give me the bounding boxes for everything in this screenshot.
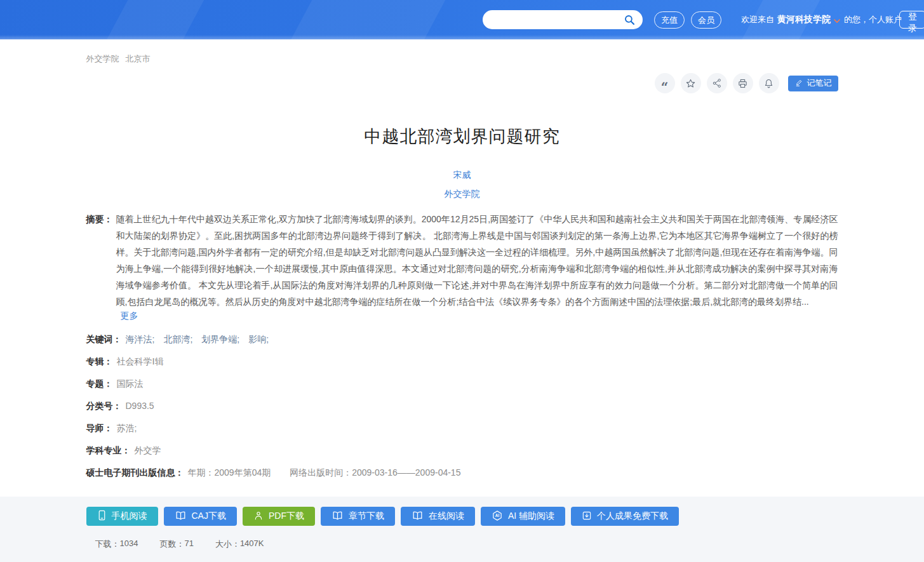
breadcrumb-item-city[interactable]: 北京市 bbox=[126, 53, 151, 65]
pdf-download-label: PDF下载 bbox=[269, 511, 304, 522]
institution-link[interactable]: 黄河科技学院 bbox=[777, 14, 831, 25]
printer-icon[interactable] bbox=[733, 73, 753, 93]
chapter-download-button[interactable]: 章节下载 bbox=[321, 507, 395, 526]
tutor-row: 导师： 苏浩; bbox=[86, 423, 838, 433]
keywords-row: 关键词： 海洋法; 北部湾; 划界争端; 影响; bbox=[86, 334, 838, 344]
topic-row: 专题： 国际法 bbox=[86, 378, 838, 389]
header-decor-stripe bbox=[271, 0, 459, 39]
welcome-area: 欢迎来自 黄河科技学院 的您，个人账户 bbox=[741, 0, 902, 39]
album-row: 专辑： 社会科学Ⅰ辑 bbox=[86, 356, 838, 366]
meta-section: 关键词： 海洋法; 北部湾; 划界争端; 影响; 专辑： 社会科学Ⅰ辑 专题： … bbox=[86, 334, 838, 478]
chevron-down-icon[interactable] bbox=[834, 16, 840, 25]
chapter-download-label: 章节下载 bbox=[349, 511, 384, 522]
pencil-icon bbox=[794, 78, 803, 89]
member-button[interactable]: 会员 bbox=[691, 11, 721, 29]
keyword-link[interactable]: 划界争端; bbox=[201, 334, 239, 344]
mobile-read-button[interactable]: 手机阅读 bbox=[86, 507, 158, 526]
tutor-label: 导师： bbox=[86, 423, 113, 433]
phone-icon bbox=[97, 510, 107, 523]
header-decor-stripe bbox=[87, 0, 217, 39]
ai-assist-read-button[interactable]: AI AI 辅助阅读 bbox=[481, 507, 565, 526]
take-note-button[interactable]: 记笔记 bbox=[788, 76, 838, 91]
download-button-row: 手机阅读 CAJ下载 bbox=[86, 497, 838, 526]
welcome-prefix: 欢迎来自 bbox=[741, 14, 774, 25]
album-value: 社会科学Ⅰ辑 bbox=[117, 356, 164, 366]
download-footer: 手机阅读 CAJ下载 bbox=[0, 497, 924, 562]
size-stat: 大小：1407K bbox=[215, 539, 264, 550]
book-icon bbox=[331, 511, 344, 523]
page-title: 中越北部湾划界问题研究 bbox=[86, 125, 838, 148]
abstract-label: 摘要： bbox=[86, 211, 116, 310]
keyword-link[interactable]: 北部湾; bbox=[163, 334, 192, 344]
keyword-link[interactable]: 海洋法; bbox=[126, 334, 155, 344]
caj-download-label: CAJ下载 bbox=[192, 511, 226, 522]
mobile-read-label: 手机阅读 bbox=[112, 511, 147, 522]
ai-assist-read-label: AI 辅助阅读 bbox=[508, 511, 554, 522]
star-icon[interactable] bbox=[681, 73, 701, 93]
major-label: 学科专业： bbox=[86, 445, 131, 455]
svg-text:AI: AI bbox=[495, 513, 500, 518]
publication-online-time: 网络出版时间：2009-03-16——2009-04-15 bbox=[290, 467, 460, 478]
share-icon[interactable] bbox=[707, 73, 727, 93]
downloads-stat: 下载：1034 bbox=[95, 539, 138, 550]
breadcrumb-item-school[interactable]: 外交学院 bbox=[86, 53, 119, 65]
action-toolbar: “ bbox=[86, 72, 838, 94]
search-box bbox=[483, 10, 643, 29]
breadcrumb: 外交学院 北京市 bbox=[86, 39, 838, 65]
book-icon bbox=[175, 511, 187, 523]
download-box-icon bbox=[582, 511, 592, 523]
publication-label: 硕士电子期刊出版信息： bbox=[86, 467, 184, 478]
welcome-suffix: 的您，个人账户 bbox=[844, 14, 902, 25]
pages-stat: 页数：71 bbox=[159, 539, 193, 550]
file-stats: 下载：1034 页数：71 大小：1407K bbox=[95, 539, 838, 550]
keywords-label: 关键词： bbox=[86, 334, 122, 344]
publication-year-issue: 年期：2009年第04期 bbox=[188, 467, 271, 478]
abstract-text: 随着上世纪九十年代中越双边关系正常化,双方加快了北部湾海域划界的谈判。2000年… bbox=[116, 211, 838, 310]
affiliation-line: 外交学院 bbox=[86, 189, 838, 200]
album-label: 专辑： bbox=[86, 356, 113, 366]
publication-row: 硕士电子期刊出版信息： 年期：2009年第04期 网络出版时间：2009-03-… bbox=[86, 467, 838, 478]
keyword-link[interactable]: 影响; bbox=[248, 334, 269, 344]
personal-free-download-label: 个人成果免费下载 bbox=[597, 511, 668, 522]
main-content: 外交学院 北京市 “ bbox=[86, 39, 838, 478]
abstract-more-link[interactable]: 更多 bbox=[121, 311, 138, 322]
caj-download-button[interactable]: CAJ下载 bbox=[164, 507, 237, 526]
search-icon[interactable] bbox=[622, 13, 636, 27]
search-input[interactable] bbox=[492, 11, 622, 28]
abstract-block: 摘要： 随着上世纪九十年代中越双边关系正常化,双方加快了北部湾海域划界的谈判。2… bbox=[86, 211, 838, 310]
book-icon bbox=[412, 511, 424, 523]
personal-free-download-button[interactable]: 个人成果免费下载 bbox=[571, 507, 679, 526]
author-line: 宋威 bbox=[86, 170, 838, 181]
major-value: 外交学 bbox=[135, 445, 161, 455]
recharge-button[interactable]: 充值 bbox=[654, 11, 685, 29]
topic-label: 专题： bbox=[86, 378, 113, 389]
take-note-label: 记笔记 bbox=[807, 77, 832, 89]
person-icon bbox=[253, 511, 264, 523]
online-read-button[interactable]: 在线阅读 bbox=[401, 507, 475, 526]
clc-value: D993.5 bbox=[126, 401, 154, 411]
tutor-value: 苏浩; bbox=[117, 423, 137, 433]
topic-value: 国际法 bbox=[117, 378, 144, 389]
login-button[interactable]: 登录 bbox=[899, 11, 924, 29]
author-link[interactable]: 宋威 bbox=[453, 170, 471, 180]
top-header: 充值 会员 欢迎来自 黄河科技学院 的您，个人账户 登录 bbox=[0, 0, 924, 39]
clc-label: 分类号： bbox=[86, 401, 122, 411]
online-read-label: 在线阅读 bbox=[429, 511, 464, 522]
paper-detail-page: 充值 会员 欢迎来自 黄河科技学院 的您，个人账户 登录 外交学院 北京市 “ bbox=[0, 0, 924, 562]
pdf-download-button[interactable]: PDF下载 bbox=[243, 507, 315, 526]
ai-hexagon-icon: AI bbox=[492, 510, 503, 523]
affiliation-link[interactable]: 外交学院 bbox=[445, 189, 480, 199]
quote-icon[interactable]: “ bbox=[655, 73, 675, 93]
major-row: 学科专业： 外交学 bbox=[86, 445, 838, 455]
clc-row: 分类号： D993.5 bbox=[86, 401, 838, 411]
bell-icon[interactable] bbox=[759, 73, 779, 93]
